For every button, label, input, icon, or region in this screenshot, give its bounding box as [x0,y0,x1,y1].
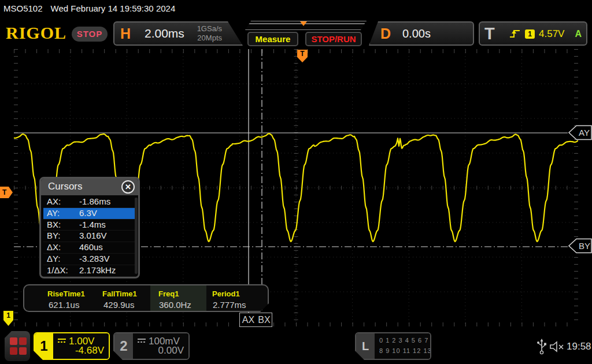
cursor-row-5[interactable]: ΔY:-3.283V [43,254,136,265]
timebase-value: 2.00ms [145,27,184,40]
horizontal-panel[interactable]: H 2.00ms 1GSa/s 20Mpts [113,21,243,46]
cursor-row-6[interactable]: 1/ΔX:2.173kHz [43,265,136,277]
measurements-panel: RiseTime1 621.1us FallTime1 429.9us Freq… [23,284,269,312]
digital-label: L [356,333,375,359]
cursor-ay-flag[interactable]: AY [568,125,592,140]
horizontal-offset-value: 0.00s [402,27,431,40]
trigger-source-badge: 1 [525,29,535,39]
channel1-number: 1 [35,333,53,359]
cursor-row-4[interactable]: ΔX:460us [43,242,136,254]
h-label: H [120,25,131,42]
trigger-panel[interactable]: T 1 4.57V A [479,21,587,46]
dc-coupling-icon [137,337,146,343]
channel2-block[interactable]: 2 100mV 0.00V [113,332,190,360]
clock: 19:58 [567,341,591,352]
sample-rate: 1GSa/s [197,24,222,34]
acquisition-info: 1GSa/s 20Mpts [197,24,222,43]
digital-row2: 8 9 10 11 12 13 14 15 [379,347,431,354]
datetime: Wed February 14 19:59:30 2024 [51,3,176,13]
usb-icon [536,339,547,355]
oscilloscope-screen: MSO5102Wed February 14 19:59:30 2024 RIG… [0,0,592,364]
rigol-logo: RIGOL [6,23,66,43]
cursor-by-label: BY [579,241,590,251]
channel1-ground-marker[interactable]: 1 [3,311,13,326]
cursors-list: AX:-1.86ms AY:6.3V BX:-1.4ms BY:3.016V Δ… [43,196,136,274]
stop-run-button[interactable]: STOP/RUN [305,32,362,46]
digital-row1: 0 1 2 3 4 5 6 7 [379,337,428,344]
waveform-overview-strip[interactable] [245,21,367,30]
channel1-block[interactable]: 1 1.00V -4.68V [34,332,110,360]
delay-panel[interactable]: D 0.00s [369,21,474,46]
digital-channels-block[interactable]: L 0 1 2 3 4 5 6 7 8 9 10 11 12 13 14 15 [355,332,431,360]
cursor-ax-tag[interactable]: AX [239,313,257,327]
cursor-bx-tag[interactable]: BX [257,313,272,327]
topbar: MSO5102Wed February 14 19:59:30 2024 [0,0,592,17]
menu-grid-icon [10,337,17,345]
channel2-number: 2 [114,333,133,359]
memory-depth: 20Mpts [197,34,222,43]
trigger-mode: A [575,29,582,39]
speaker-muted-icon[interactable] [549,340,564,353]
cursor-ay-label: AY [579,128,590,138]
run-state-indicator[interactable]: STOP [72,27,108,42]
cursors-scrollbar[interactable] [135,198,138,274]
close-icon[interactable]: ✕ [121,180,135,194]
dc-coupling-icon [57,337,66,343]
t-label: T [484,24,495,43]
cursor-row-2[interactable]: BX:-1.4ms [43,220,136,231]
cursors-panel: Cursors ✕ AX:-1.86ms AY:6.3V BX:-1.4ms B… [39,177,140,278]
trigger-slope-icon [509,28,521,39]
trigger-level-value: 4.57V [539,28,564,40]
cursor-by-flag[interactable]: BY [568,238,592,254]
cursor-row-3[interactable]: BY:3.016V [43,231,136,242]
measure-button[interactable]: Measure [247,32,298,46]
trigger-level-marker[interactable]: T [0,187,13,198]
channel1-offset: -4.68V [75,345,104,356]
cursor-row-1[interactable]: AY:6.3V [43,208,136,220]
model-name: MSO5102 [3,3,43,13]
menu-button[interactable] [5,331,30,361]
cursor-row-0[interactable]: AX:-1.86ms [43,196,136,208]
d-label: D [380,25,391,42]
channel2-offset: 0.00V [158,345,184,356]
